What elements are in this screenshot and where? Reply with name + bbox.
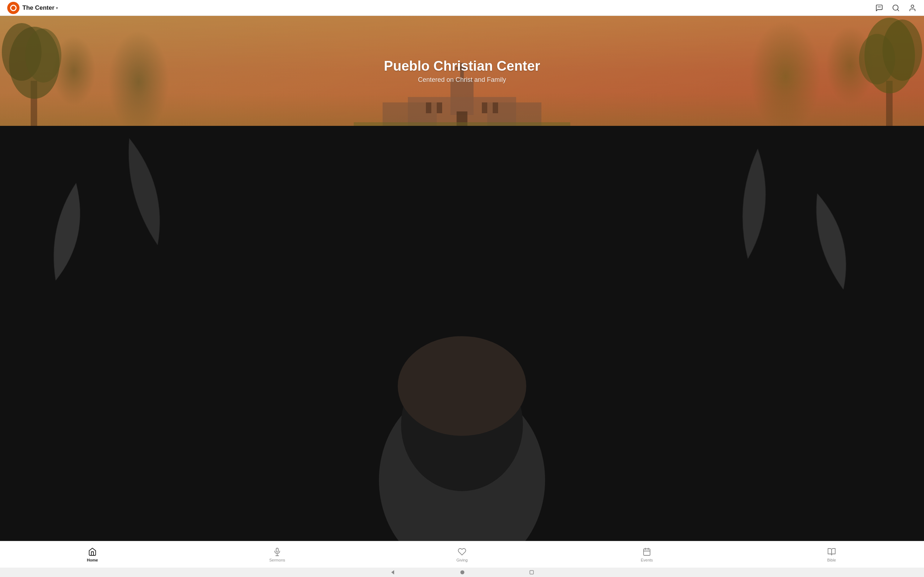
decorative-pattern [0, 126, 462, 288]
church-selector[interactable]: The Center ▾ [23, 4, 58, 11]
app-logo [7, 2, 19, 14]
hero-section: Pueblo Christian Center Centered on Chri… [0, 16, 462, 126]
church-name: The Center [23, 4, 55, 11]
header-left: The Center ▾ [7, 2, 58, 14]
logo-inner-ring [10, 5, 16, 11]
hero-tagline: Centered on Christ and Family [384, 76, 462, 84]
header: The Center ▾ [0, 0, 462, 16]
hero-text-block: Pueblo Christian Center Centered on Chri… [384, 58, 462, 84]
hero-church-title: Pueblo Christian Center [384, 58, 462, 74]
dark-content-section [0, 126, 462, 288]
chevron-down-icon: ▾ [56, 6, 58, 10]
